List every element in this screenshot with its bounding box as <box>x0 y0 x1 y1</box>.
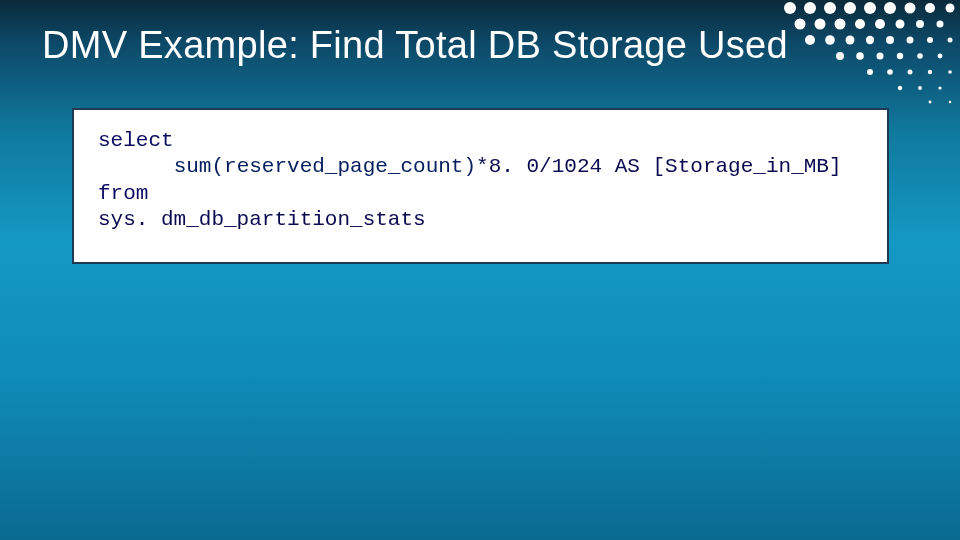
svg-point-4 <box>864 2 876 14</box>
svg-point-8 <box>946 4 955 13</box>
svg-point-34 <box>928 70 932 74</box>
code-block: select sum(reserved_page_count)*8. 0/102… <box>72 108 889 264</box>
svg-point-39 <box>929 101 932 104</box>
svg-point-21 <box>886 36 894 44</box>
svg-point-1 <box>804 2 816 14</box>
svg-point-16 <box>937 21 944 28</box>
svg-point-12 <box>855 19 865 29</box>
code-line-1: select <box>98 129 174 152</box>
svg-point-7 <box>925 3 935 13</box>
svg-point-6 <box>905 3 916 14</box>
svg-point-10 <box>815 19 826 30</box>
svg-point-30 <box>938 54 943 59</box>
svg-point-9 <box>795 19 806 30</box>
svg-point-27 <box>877 53 884 60</box>
svg-point-0 <box>784 2 796 14</box>
svg-point-11 <box>835 19 846 30</box>
code-line-2-rest: *8. 0/1024 AS [Storage_in_MB] <box>476 155 841 178</box>
svg-point-38 <box>938 86 941 89</box>
svg-point-22 <box>907 37 914 44</box>
svg-point-18 <box>825 35 835 45</box>
code-line-4: sys. dm_db_partition_stats <box>98 208 426 231</box>
svg-point-32 <box>887 69 893 75</box>
svg-point-5 <box>884 2 896 14</box>
code-line-2-indent <box>98 155 174 178</box>
svg-point-17 <box>805 35 815 45</box>
svg-point-29 <box>917 53 923 59</box>
svg-point-14 <box>896 20 905 29</box>
svg-point-26 <box>856 52 864 60</box>
svg-point-31 <box>867 69 873 75</box>
svg-point-3 <box>844 2 856 14</box>
svg-point-24 <box>948 38 953 43</box>
svg-point-37 <box>918 86 922 90</box>
decorative-halftone <box>780 0 960 110</box>
svg-point-20 <box>866 36 874 44</box>
svg-point-36 <box>898 86 902 90</box>
svg-point-23 <box>927 37 933 43</box>
svg-point-40 <box>949 101 951 103</box>
code-line-2-func: sum(reserved_page_count) <box>174 155 476 178</box>
svg-point-2 <box>824 2 836 14</box>
svg-point-35 <box>948 70 952 74</box>
svg-point-25 <box>836 52 844 60</box>
code-line-3: from <box>98 182 148 205</box>
svg-point-28 <box>897 53 903 59</box>
svg-point-33 <box>908 70 913 75</box>
slide-title: DMV Example: Find Total DB Storage Used <box>42 24 788 67</box>
svg-point-19 <box>846 36 855 45</box>
svg-point-15 <box>916 20 924 28</box>
svg-point-13 <box>875 19 885 29</box>
